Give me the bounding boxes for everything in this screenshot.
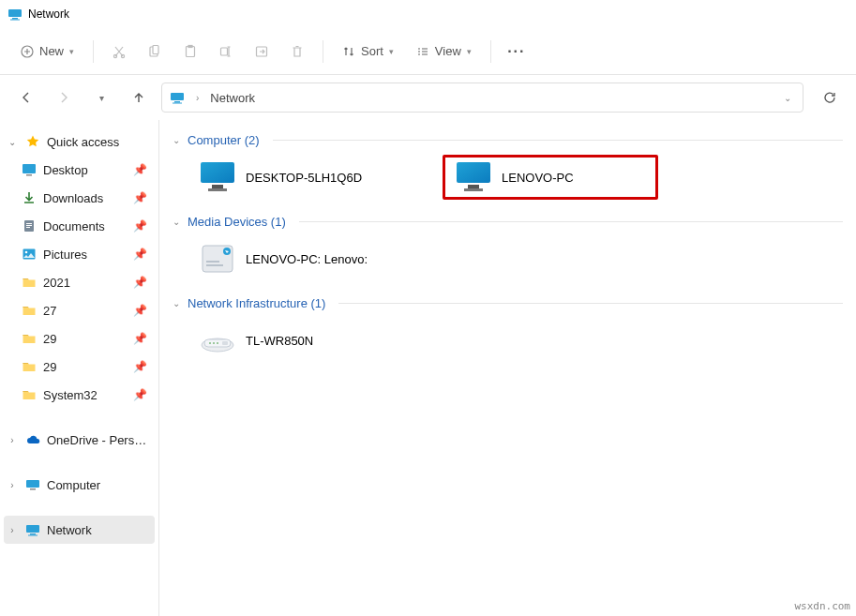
svg-rect-27 (28, 535, 38, 536)
svg-rect-33 (464, 188, 483, 191)
up-button[interactable] (124, 83, 154, 113)
sidebar-item-label: 29 (43, 360, 128, 374)
paste-button[interactable] (174, 36, 206, 68)
computer-item[interactable]: DESKTOP-5LH1Q6D (189, 155, 405, 200)
forward-button[interactable] (49, 83, 79, 113)
svg-rect-36 (206, 264, 223, 266)
sort-button[interactable]: Sort ▾ (333, 38, 403, 64)
back-button[interactable] (11, 83, 41, 113)
pin-icon: 📌 (133, 360, 151, 373)
new-button[interactable]: New ▾ (11, 38, 83, 64)
sidebar-item-folder[interactable]: 2021 📌 (4, 268, 155, 296)
address-bar[interactable]: › Network ⌄ (161, 83, 803, 113)
pictures-icon (21, 246, 38, 263)
monitor-icon (199, 158, 236, 196)
chevron-down-icon: ⌄ (6, 137, 19, 147)
sidebar-item-folder[interactable]: 29 📌 (4, 324, 155, 353)
toolbar: New ▾ Sort ▾ View ▾ ··· (0, 28, 856, 75)
svg-point-40 (209, 342, 211, 344)
chevron-down-icon: ▾ (467, 47, 472, 56)
svg-point-42 (217, 342, 218, 344)
group-header-computer[interactable]: ⌄ Computer (2) (173, 133, 843, 147)
rename-button[interactable] (210, 36, 242, 68)
svg-rect-25 (26, 525, 39, 533)
group-title: Computer (2) (188, 133, 260, 147)
navigation-row: ▾ › Network ⌄ (0, 75, 856, 120)
item-label: TL-WR850N (246, 334, 313, 348)
svg-rect-19 (26, 225, 32, 226)
group-header-infra[interactable]: ⌄ Network Infrastructure (1) (173, 296, 843, 310)
delete-button[interactable] (281, 36, 313, 68)
recent-button[interactable]: ▾ (86, 83, 116, 113)
download-icon (21, 189, 38, 206)
view-icon (416, 45, 429, 58)
svg-rect-12 (171, 93, 184, 100)
sidebar-item-label: Desktop (43, 163, 128, 177)
sidebar-item-folder[interactable]: System32 📌 (4, 381, 155, 409)
svg-rect-2 (10, 20, 20, 21)
copy-button[interactable] (139, 36, 171, 68)
star-icon (24, 133, 41, 150)
media-device-icon (199, 240, 236, 278)
sidebar-item-folder[interactable]: 29 📌 (4, 353, 155, 381)
sidebar-network[interactable]: › Network (4, 516, 155, 544)
svg-rect-1 (12, 18, 18, 20)
pin-icon: 📌 (133, 304, 151, 317)
group-header-media[interactable]: ⌄ Media Devices (1) (173, 215, 843, 229)
sidebar-quick-access[interactable]: ⌄ Quick access (4, 128, 155, 156)
cut-button[interactable] (103, 36, 135, 68)
network-icon (8, 7, 23, 22)
sidebar-item-label: System32 (43, 388, 128, 402)
sidebar-item-desktop[interactable]: Desktop 📌 (4, 156, 155, 184)
svg-point-41 (213, 342, 215, 344)
view-button[interactable]: View ▾ (407, 38, 481, 64)
chevron-down-icon: ⌄ (173, 298, 180, 308)
network-icon (170, 90, 185, 105)
sidebar-item-label: OneDrive - Personal (47, 433, 151, 447)
pin-icon: 📌 (133, 388, 151, 401)
sidebar-item-label: Pictures (43, 248, 128, 262)
sidebar-item-label: Documents (43, 219, 128, 233)
pin-icon: 📌 (133, 332, 151, 345)
breadcrumb-network[interactable]: Network (210, 91, 255, 105)
share-button[interactable] (246, 36, 278, 68)
refresh-button[interactable] (815, 83, 845, 113)
sidebar-item-pictures[interactable]: Pictures 📌 (4, 240, 155, 268)
svg-rect-31 (457, 162, 490, 183)
document-icon (21, 218, 38, 234)
sort-label: Sort (361, 44, 383, 58)
pin-icon: 📌 (133, 191, 151, 204)
svg-rect-0 (8, 9, 22, 17)
media-device-item[interactable]: LENOVO-PC: Lenovo: (189, 236, 405, 281)
computer-item[interactable]: LENOVO-PC (443, 155, 658, 200)
sidebar-item-label: Downloads (43, 191, 128, 205)
svg-rect-29 (212, 185, 223, 188)
svg-rect-14 (173, 103, 182, 104)
svg-rect-24 (30, 488, 36, 490)
router-item[interactable]: TL-WR850N (189, 318, 405, 363)
sidebar-item-folder[interactable]: 27 📌 (4, 296, 155, 324)
folder-icon (21, 330, 38, 347)
chevron-down-icon: ⌄ (173, 217, 180, 227)
svg-rect-37 (206, 261, 219, 263)
chevron-right-icon: › (6, 435, 19, 445)
item-label: LENOVO-PC (502, 171, 574, 185)
sidebar-item-label: Network (47, 523, 151, 537)
sidebar-item-documents[interactable]: Documents 📌 (4, 212, 155, 240)
chevron-down-icon[interactable]: ⌄ (780, 93, 795, 103)
sidebar-item-label: 27 (43, 304, 128, 318)
sidebar-onedrive[interactable]: › OneDrive - Personal (4, 426, 155, 454)
title-bar: Network (0, 0, 856, 28)
svg-rect-8 (187, 46, 195, 56)
sidebar-item-downloads[interactable]: Downloads 📌 (4, 184, 155, 212)
view-label: View (435, 44, 461, 58)
more-button[interactable]: ··· (501, 36, 533, 68)
window-title: Network (28, 8, 69, 21)
chevron-right-icon: › (192, 93, 203, 103)
monitor-icon (455, 158, 492, 196)
svg-rect-7 (153, 45, 158, 53)
divider (273, 140, 843, 141)
sidebar-computer[interactable]: › Computer (4, 471, 155, 499)
cloud-icon (24, 431, 41, 448)
svg-rect-13 (174, 101, 180, 103)
